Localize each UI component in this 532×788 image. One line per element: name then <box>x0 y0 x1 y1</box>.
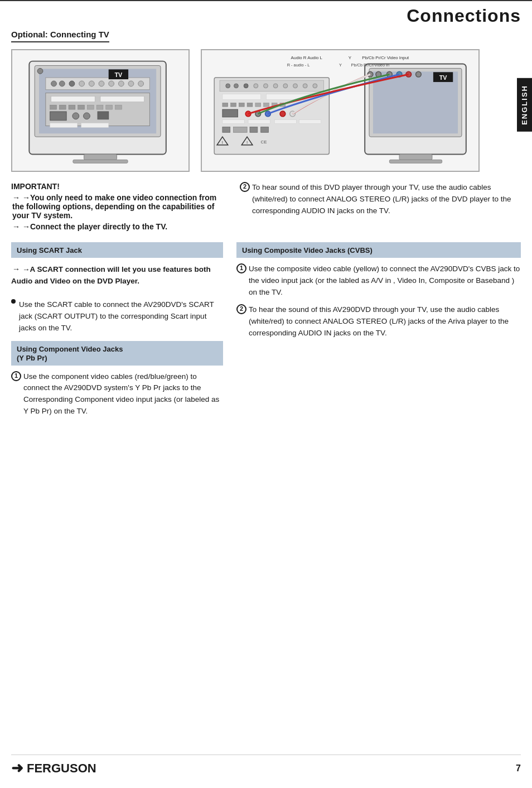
composite-item1-row: 1 Use the composite video cable (yellow)… <box>236 263 521 299</box>
svg-rect-27 <box>50 112 66 121</box>
brand-logo: ➜ FERGUSON <box>11 760 96 777</box>
svg-rect-20 <box>59 105 66 109</box>
svg-point-57 <box>226 84 230 88</box>
svg-rect-19 <box>50 105 57 109</box>
composite-item1-text: Use the composite video cable (yellow) t… <box>249 263 521 299</box>
svg-rect-85 <box>274 120 296 124</box>
page-title: Connections <box>11 6 521 26</box>
svg-rect-21 <box>69 105 75 109</box>
diagram-right: Audio R Audio L Y Pb/Cb Pr/Cr Video Inpu… <box>201 49 480 172</box>
scart-bullet-icon <box>11 299 16 304</box>
svg-point-61 <box>264 84 268 88</box>
component-item1-text: Use the component video cables (red/blue… <box>23 371 223 418</box>
svg-rect-31 <box>50 123 78 128</box>
svg-point-15 <box>138 81 144 87</box>
svg-text:TV: TV <box>439 74 448 81</box>
svg-rect-67 <box>223 94 261 100</box>
svg-point-59 <box>244 84 248 88</box>
svg-rect-87 <box>223 127 230 132</box>
main-content: Optional: Connecting TV <box>0 30 532 435</box>
svg-rect-84 <box>248 120 270 124</box>
component-item1-row: 1 Use the component video cables (red/bl… <box>11 371 223 418</box>
svg-text:Y: Y <box>349 55 352 60</box>
svg-point-6 <box>51 81 57 87</box>
svg-text:!: ! <box>246 140 248 145</box>
important-note2-row: 2 To hear sound of this DVD player throu… <box>240 182 521 217</box>
svg-rect-4 <box>73 160 128 163</box>
note2-text: To hear sound of this DVD player through… <box>252 182 521 217</box>
scart-box: Using SCART Jack <box>11 242 223 258</box>
important-note2-item: 2 To hear sound of this DVD player throu… <box>240 182 521 217</box>
component-content: 1 Use the component video cables (red/bl… <box>11 371 223 418</box>
svg-rect-88 <box>234 127 248 132</box>
svg-rect-70 <box>231 103 236 107</box>
svg-point-35 <box>37 68 43 74</box>
svg-point-11 <box>99 81 104 87</box>
svg-text:Y: Y <box>339 63 342 68</box>
scart-desc: →A SCART connection will let you use fea… <box>11 265 211 285</box>
component-item1-num: 1 <box>11 371 21 381</box>
svg-point-58 <box>234 84 239 88</box>
svg-point-63 <box>283 84 288 88</box>
svg-point-13 <box>118 81 124 87</box>
svg-rect-43 <box>389 160 442 163</box>
svg-point-12 <box>109 81 114 87</box>
svg-point-7 <box>59 81 65 87</box>
important-arrow2: →Connect the player directly to the TV. <box>11 222 223 231</box>
svg-point-8 <box>69 81 75 87</box>
svg-point-66 <box>313 84 317 88</box>
note2-num: 2 <box>240 182 250 192</box>
col-left: Using SCART Jack →A SCART connection wil… <box>11 242 223 424</box>
page-number: 7 <box>516 763 521 773</box>
svg-rect-24 <box>96 105 103 109</box>
svg-point-29 <box>84 113 90 119</box>
svg-rect-69 <box>223 103 228 107</box>
composite-item2-num: 2 <box>236 304 246 314</box>
important-section: IMPORTANT! →You only need to make one vi… <box>11 182 521 233</box>
important-right: 2 To hear sound of this DVD player throu… <box>240 182 521 233</box>
composite-item2-row: 2 To hear the sound of this AV290DVD thr… <box>236 304 521 339</box>
scart-bullet1-text: Use the SCART cable to connect the AV290… <box>19 299 223 334</box>
composite-item2-text: To hear the sound of this AV290DVD throu… <box>249 304 521 339</box>
svg-rect-23 <box>87 105 94 109</box>
svg-rect-86 <box>299 120 321 124</box>
svg-rect-89 <box>250 127 258 132</box>
svg-rect-26 <box>115 105 122 109</box>
col-right: Using Composite Video Jacks (CVBS) 1 Use… <box>236 242 521 424</box>
svg-rect-90 <box>261 127 269 132</box>
composite-item1-num: 1 <box>236 263 246 273</box>
svg-point-28 <box>72 113 79 119</box>
svg-rect-72 <box>247 103 253 107</box>
optional-connecting-heading: Optional: Connecting TV <box>11 30 109 42</box>
component-box: Using Component Video Jacks (Y Pb Pr) <box>11 341 223 366</box>
logo-icon: ➜ <box>11 760 23 777</box>
svg-point-62 <box>273 84 278 88</box>
svg-point-54 <box>415 71 421 77</box>
important-left: IMPORTANT! →You only need to make one vi… <box>11 182 223 233</box>
diagram-left: TV <box>11 49 190 172</box>
footer: ➜ FERGUSON 7 <box>11 755 521 777</box>
svg-rect-42 <box>399 155 432 160</box>
component-heading: Using Component Video Jacks (Y Pb Pr) <box>17 345 123 362</box>
svg-rect-25 <box>106 105 113 109</box>
svg-text:CE: CE <box>261 140 267 145</box>
svg-rect-22 <box>78 105 85 109</box>
svg-rect-30 <box>98 112 109 119</box>
svg-rect-73 <box>255 103 261 107</box>
scart-heading: Using SCART Jack <box>17 246 82 254</box>
svg-rect-3 <box>84 155 117 160</box>
composite-heading: Using Composite Video Jacks (CVBS) <box>242 246 373 254</box>
svg-text:TV: TV <box>115 71 123 78</box>
svg-point-9 <box>79 81 85 87</box>
svg-rect-18 <box>100 96 144 102</box>
two-col: Using SCART Jack →A SCART connection wil… <box>11 242 521 424</box>
composite-content: 1 Use the composite video cable (yellow)… <box>236 263 521 339</box>
language-tab: ENGLISH <box>517 78 532 132</box>
svg-rect-83 <box>223 120 244 124</box>
svg-point-64 <box>293 84 298 88</box>
brand-name: FERGUSON <box>27 761 96 776</box>
svg-point-10 <box>89 81 94 87</box>
svg-text:Audio R  Audio L: Audio R Audio L <box>291 55 323 60</box>
svg-rect-71 <box>239 103 244 107</box>
svg-rect-17 <box>51 96 95 102</box>
